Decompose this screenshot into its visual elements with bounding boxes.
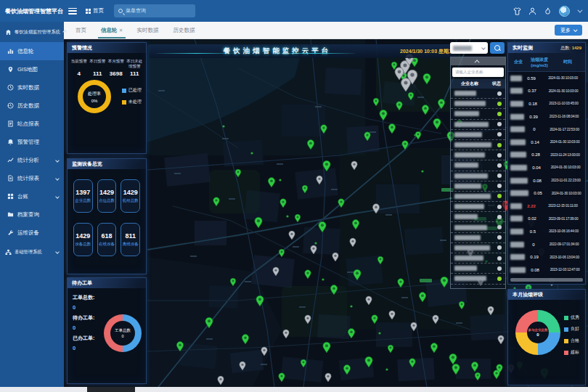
tab-0[interactable]: 首页 [68,22,94,38]
sidebar-item-5[interactable]: 站点报表 [0,115,64,133]
stat-label: 离线设备 [123,242,139,247]
close-icon[interactable]: × [120,28,123,33]
company-name-redacted [510,101,523,107]
company-row-4[interactable] [451,130,505,140]
company-name-redacted [454,111,479,116]
company-row-5[interactable] [451,140,505,150]
sidebar-item-3[interactable]: 实时数据 [0,78,64,97]
realtime-row-12[interactable]: 0.52023-10-06 16:44:00 [508,225,585,238]
company-table-header: 企业名称 状态 [451,79,505,89]
sidebar-item-1[interactable]: 信息轮 [0,42,64,60]
tab-2[interactable]: 实时数据 [130,22,166,38]
realtime-row-4[interactable]: 02024-01-17 22:53:00 [508,123,585,136]
company-name-redacted [454,204,484,209]
sidebar-item-9[interactable]: 台账 [0,187,64,205]
measure-time: 2024-01-30 10:03:00 [542,89,585,93]
donut-center-label: 处理率 0% [83,85,106,108]
realtime-row-2[interactable]: 0.182023-11-10 03:45:00 [508,97,585,110]
company-name-redacted [454,91,476,96]
company-row-9[interactable] [451,181,505,192]
chevron-down-icon[interactable] [577,7,582,12]
realtime-row-15[interactable]: 0.082023-12-03 12:47:00 [508,264,585,277]
company-row-1[interactable] [451,99,505,109]
realtime-row-10[interactable]: 2.222023-12-15 01:11:00 [508,200,585,213]
measure-time: 2023-09-01 17:39:00 [542,217,585,221]
stat-label: 点位总数 [99,198,115,203]
status-dot-offline [497,132,502,136]
stat-label: 企业总数 [75,198,91,203]
sidebar-item-0[interactable]: 餐饮油烟监控管理系统 [0,22,64,42]
sidebar-item-8[interactable]: 统计报表 [0,169,64,187]
menu-search-input[interactable]: 菜单查询 [114,4,195,17]
company-name-input[interactable]: 请输入企业名称 [452,68,504,77]
sidebar-item-4[interactable]: 历史数据 [0,97,64,115]
user-icon[interactable] [528,7,536,15]
company-name-redacted [454,152,485,158]
realtime-row-14[interactable]: 0.192023-10-06 13:04:00 [508,250,585,264]
company-row-10[interactable] [451,192,505,202]
device-panel-title: 监测设备总览 [68,159,146,169]
company-row-2[interactable] [451,109,505,119]
company-name-redacted [454,194,491,199]
warning-panel-title: 预警情况 [68,43,146,53]
company-name-redacted [510,254,525,260]
realtime-row-9[interactable]: 0.052024-01-30 10:03:00 [508,187,585,200]
stat-value: 4 [70,70,89,77]
sidebar-item-7[interactable]: 统计分析 [0,151,64,169]
tab-3[interactable]: 历史数据 [166,22,203,38]
realtime-row-13[interactable]: 02022-09-17 01:34:00 [508,238,585,251]
realtime-row-5[interactable]: 0.142024-01-30 10:03:00 [508,136,585,149]
realtime-row-7[interactable]: 0.042024-01-30 10:03:00 [508,161,585,174]
fullscreen-icon[interactable] [544,7,552,15]
realtime-row-0[interactable]: 0.592024-01-30 10:03:00 [508,72,585,85]
company-name-redacted [510,216,523,221]
sidebar-item-10[interactable]: 档案查询 [0,205,64,224]
collapse-toggle[interactable] [451,57,505,65]
company-name-redacted [510,126,525,132]
company-name-redacted [510,88,523,94]
sidebar-item-label: GIS地图 [17,66,38,73]
company-row-8[interactable] [451,171,505,181]
realtime-row-8[interactable]: 0.082023-11-01 22:23:00 [508,174,585,187]
company-row-18[interactable] [451,274,505,284]
company-row-7[interactable] [451,160,505,171]
horizontal-scrollbar[interactable] [510,278,583,282]
company-row-13[interactable] [451,222,505,232]
company-row-0[interactable] [451,89,505,99]
sidebar-item-6[interactable]: 预警管理 [0,133,64,151]
realtime-row-3[interactable]: 0.392023-11-16 08:04:00 [508,110,585,123]
avatar[interactable] [559,6,570,17]
menu-toggle-icon[interactable] [68,8,77,15]
company-row-3[interactable] [451,120,505,130]
tab-1[interactable]: 信息轮× [94,22,130,38]
company-row-15[interactable] [451,243,505,253]
theme-icon[interactable] [513,7,521,15]
company-name-redacted [510,139,526,145]
company-row-6[interactable] [451,150,505,160]
more-button[interactable]: 更多 [555,25,582,36]
company-filter-dropdown[interactable] [450,42,488,54]
company-name-redacted [510,190,528,196]
company-row-11[interactable] [451,202,505,212]
sidebar-item-label: 台账 [17,193,28,200]
measure-time: 2024-01-30 10:03:00 [541,76,585,80]
grid-icon [86,9,91,14]
realtime-row-1[interactable]: 0.372024-01-30 10:03:00 [508,85,585,98]
home-breadcrumb[interactable]: 首页 [86,7,104,15]
realtime-row-6[interactable]: 0.282023-11-24 13:00:00 [508,149,585,162]
sidebar-item-2[interactable]: GIS地图 [0,60,64,78]
company-row-17[interactable] [451,264,505,274]
app-root: 餐饮油烟管理智慧平台 首页 菜单查询 餐饮油烟监控管理系统信息轮GIS地图实时数… [0,0,588,392]
sidebar-item-11[interactable]: 运维设备 [0,224,64,242]
status-dot-offline [497,91,502,96]
company-search-button[interactable] [490,42,505,54]
rating-legend: 优秀良好合格超标 [564,314,579,356]
company-row-16[interactable] [451,253,505,264]
company-name-redacted [510,165,527,171]
company-row-12[interactable] [451,212,505,222]
sidebar-item-12[interactable]: 基础管理系统 [0,242,64,262]
status-dot-offline [497,173,502,178]
realtime-row-11[interactable]: 0.022023-09-01 17:39:00 [508,213,585,226]
company-row-14[interactable] [451,233,505,243]
stat-value: 0 [73,324,94,331]
